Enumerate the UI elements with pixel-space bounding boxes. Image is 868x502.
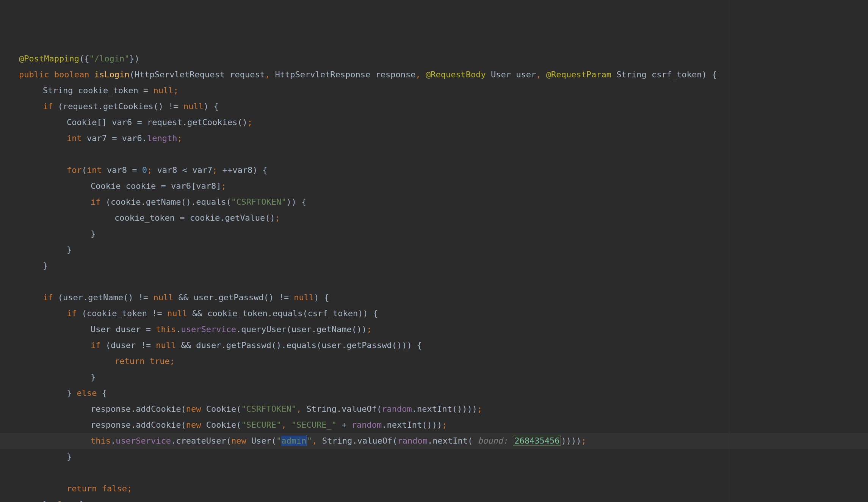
code-token: && cookie_token.equals(csrf_token)) { (192, 309, 378, 318)
code-token: null (153, 293, 178, 302)
code-line[interactable]: @PostMapping({"/login"}) (0, 51, 868, 67)
code-token: return (114, 356, 150, 366)
code-token: , (281, 420, 291, 430)
code-token: else (53, 500, 78, 502)
code-line[interactable]: Cookie cookie = var6[var8]; (0, 178, 868, 194)
code-token: @RequestParam (546, 70, 616, 79)
code-line[interactable]: } (0, 258, 868, 274)
code-line[interactable]: } (0, 242, 868, 258)
code-token: (duser != (106, 340, 156, 350)
code-line[interactable]: return true; (0, 353, 868, 369)
code-token: )))) (561, 436, 581, 446)
code-token: new (231, 436, 251, 446)
code-token: User user (491, 70, 536, 79)
code-token: .nextInt( (428, 436, 478, 446)
code-token: " (276, 436, 281, 446)
code-token: String.valueOf( (322, 436, 398, 446)
code-line[interactable]: response.addCookie(new Cookie("SECURE", … (0, 417, 868, 433)
code-token: ) { (204, 102, 219, 111)
code-block[interactable]: @PostMapping({"/login"})public boolean i… (0, 48, 868, 502)
code-token: && duser.getPasswd().equals(user.getPass… (181, 340, 422, 350)
code-token: 0 (142, 165, 147, 175)
code-token: ; (477, 404, 482, 414)
code-token: ; (275, 213, 280, 223)
code-token: ++var8) { (222, 165, 268, 175)
code-line[interactable]: if (request.getCookies() != null) { (0, 99, 868, 115)
code-line[interactable]: Cookie[] var6 = request.getCookies(); (0, 115, 868, 130)
code-line[interactable]: for(int var8 = 0; var8 < var7; ++var8) { (0, 162, 868, 178)
code-token: } (91, 229, 96, 238)
code-line[interactable]: } (0, 226, 868, 242)
code-token: .queryUser(user.getName()) (236, 325, 367, 334)
code-line[interactable]: } (0, 369, 868, 385)
code-token: var8 = (107, 165, 142, 175)
code-token: ; (367, 325, 372, 334)
code-token: "SECURE" (241, 420, 281, 430)
code-line[interactable]: this.userService.createUser(new User("ad… (0, 433, 868, 449)
code-token: { (102, 388, 107, 398)
code-line[interactable]: } else { (0, 385, 868, 401)
code-token: if (43, 293, 58, 302)
code-line[interactable] (0, 146, 868, 162)
code-line[interactable]: if (user.getName() != null && user.getPa… (0, 290, 868, 306)
code-line[interactable]: public boolean isLogin(HttpServletReques… (0, 67, 868, 83)
code-token: length (147, 133, 177, 143)
code-token: if (91, 197, 106, 207)
code-line[interactable]: } else { (0, 497, 868, 502)
code-token: userService (181, 325, 236, 334)
code-token: , (296, 404, 307, 414)
code-token: ; (127, 484, 132, 493)
code-token: boolean (54, 70, 94, 79)
code-token: ; (248, 118, 252, 127)
code-token: , (536, 70, 546, 79)
code-token: )) { (287, 197, 307, 207)
code-token: random (382, 404, 412, 414)
code-token: } (43, 500, 53, 502)
code-token: } (67, 388, 77, 398)
code-line[interactable]: int var7 = var6.length; (0, 130, 868, 146)
code-line[interactable] (0, 465, 868, 481)
code-line[interactable]: if (cookie.getName().equals("CSRFTOKEN")… (0, 194, 868, 210)
code-line[interactable]: response.addCookie(new Cookie("CSRFTOKEN… (0, 401, 868, 417)
code-token: new (186, 404, 206, 414)
code-token: ; (212, 165, 222, 175)
code-token: ; (170, 356, 175, 366)
code-token: "SECURE_" (291, 420, 342, 430)
code-token: . (176, 325, 181, 334)
selected-text[interactable]: admin (281, 436, 306, 446)
code-line[interactable]: cookie_token = cookie.getValue(); (0, 210, 868, 226)
code-token: String.valueOf( (307, 404, 382, 414)
code-token: , (415, 70, 426, 79)
code-token: var7 = var6. (87, 133, 147, 143)
code-token: "CSRFTOKEN" (231, 197, 287, 207)
code-token: , (265, 70, 275, 79)
code-line[interactable]: if (duser != null && duser.getPasswd().e… (0, 337, 868, 353)
code-token: true (150, 356, 170, 366)
code-token: .nextInt())) (382, 420, 442, 430)
code-token: (cookie.getName().equals( (106, 197, 231, 207)
code-token: (request.getCookies() != (58, 102, 183, 111)
code-token: null (294, 293, 314, 302)
code-token: response.addCookie( (91, 420, 186, 430)
code-token: ) { (314, 293, 329, 302)
code-token: { (78, 500, 83, 502)
code-token: isLogin (94, 70, 130, 79)
code-token: } (91, 372, 96, 382)
code-token: (HttpServletRequest request (129, 70, 265, 79)
code-token: ( (82, 165, 87, 175)
code-token: "CSRFTOKEN" (241, 404, 296, 414)
code-line[interactable]: User duser = this.userService.queryUser(… (0, 322, 868, 337)
code-line[interactable]: } (0, 449, 868, 465)
code-line[interactable]: return false; (0, 481, 868, 497)
code-token: && user.getPasswd() != (179, 293, 294, 302)
code-line[interactable]: if (cookie_token != null && cookie_token… (0, 306, 868, 322)
code-token: @PostMapping (19, 54, 79, 63)
code-editor[interactable]: @PostMapping({"/login"})public boolean i… (0, 0, 868, 502)
code-token: User( (251, 436, 276, 446)
code-token: int (87, 165, 107, 175)
code-line[interactable]: String cookie_token = null; (0, 83, 868, 99)
code-line[interactable] (0, 274, 868, 290)
code-token: null (167, 309, 192, 318)
code-token: null (156, 340, 181, 350)
code-token: } (67, 452, 72, 461)
